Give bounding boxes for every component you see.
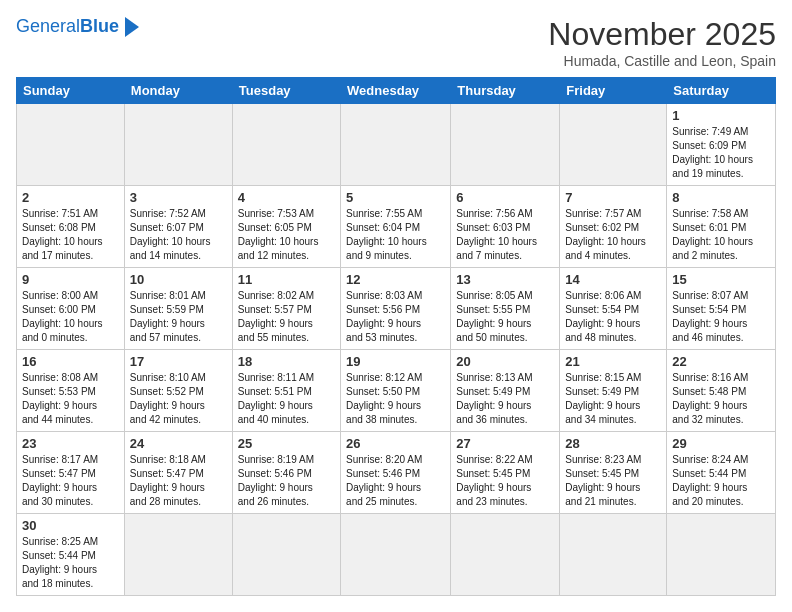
day-number: 3	[130, 190, 227, 205]
day-number: 10	[130, 272, 227, 287]
calendar-cell: 5Sunrise: 7:55 AM Sunset: 6:04 PM Daylig…	[341, 186, 451, 268]
day-info: Sunrise: 8:23 AM Sunset: 5:45 PM Dayligh…	[565, 453, 661, 509]
day-info: Sunrise: 8:18 AM Sunset: 5:47 PM Dayligh…	[130, 453, 227, 509]
day-number: 15	[672, 272, 770, 287]
location-title: Humada, Castille and Leon, Spain	[548, 53, 776, 69]
day-info: Sunrise: 7:53 AM Sunset: 6:05 PM Dayligh…	[238, 207, 335, 263]
calendar-cell	[124, 104, 232, 186]
day-number: 14	[565, 272, 661, 287]
day-info: Sunrise: 8:20 AM Sunset: 5:46 PM Dayligh…	[346, 453, 445, 509]
calendar-cell	[124, 514, 232, 596]
day-number: 28	[565, 436, 661, 451]
day-info: Sunrise: 8:00 AM Sunset: 6:00 PM Dayligh…	[22, 289, 119, 345]
calendar-cell	[560, 104, 667, 186]
day-number: 25	[238, 436, 335, 451]
calendar-cell: 25Sunrise: 8:19 AM Sunset: 5:46 PM Dayli…	[232, 432, 340, 514]
calendar-cell: 27Sunrise: 8:22 AM Sunset: 5:45 PM Dayli…	[451, 432, 560, 514]
calendar-cell: 18Sunrise: 8:11 AM Sunset: 5:51 PM Dayli…	[232, 350, 340, 432]
day-number: 1	[672, 108, 770, 123]
calendar-cell: 15Sunrise: 8:07 AM Sunset: 5:54 PM Dayli…	[667, 268, 776, 350]
calendar-cell	[667, 514, 776, 596]
calendar-cell: 16Sunrise: 8:08 AM Sunset: 5:53 PM Dayli…	[17, 350, 125, 432]
calendar-cell: 29Sunrise: 8:24 AM Sunset: 5:44 PM Dayli…	[667, 432, 776, 514]
day-number: 20	[456, 354, 554, 369]
calendar-table: SundayMondayTuesdayWednesdayThursdayFrid…	[16, 77, 776, 596]
day-info: Sunrise: 8:22 AM Sunset: 5:45 PM Dayligh…	[456, 453, 554, 509]
day-number: 29	[672, 436, 770, 451]
day-number: 9	[22, 272, 119, 287]
calendar-cell	[560, 514, 667, 596]
day-info: Sunrise: 8:25 AM Sunset: 5:44 PM Dayligh…	[22, 535, 119, 591]
day-number: 22	[672, 354, 770, 369]
day-info: Sunrise: 7:49 AM Sunset: 6:09 PM Dayligh…	[672, 125, 770, 181]
calendar-cell: 21Sunrise: 8:15 AM Sunset: 5:49 PM Dayli…	[560, 350, 667, 432]
weekday-header-tuesday: Tuesday	[232, 78, 340, 104]
logo: GeneralBlue	[16, 16, 139, 37]
day-number: 24	[130, 436, 227, 451]
day-number: 23	[22, 436, 119, 451]
day-info: Sunrise: 8:13 AM Sunset: 5:49 PM Dayligh…	[456, 371, 554, 427]
calendar-cell: 20Sunrise: 8:13 AM Sunset: 5:49 PM Dayli…	[451, 350, 560, 432]
weekday-header-thursday: Thursday	[451, 78, 560, 104]
day-number: 13	[456, 272, 554, 287]
month-title: November 2025	[548, 16, 776, 53]
day-number: 18	[238, 354, 335, 369]
day-number: 8	[672, 190, 770, 205]
calendar-cell: 30Sunrise: 8:25 AM Sunset: 5:44 PM Dayli…	[17, 514, 125, 596]
calendar-cell: 11Sunrise: 8:02 AM Sunset: 5:57 PM Dayli…	[232, 268, 340, 350]
calendar-cell	[451, 104, 560, 186]
calendar-cell: 3Sunrise: 7:52 AM Sunset: 6:07 PM Daylig…	[124, 186, 232, 268]
calendar-cell: 17Sunrise: 8:10 AM Sunset: 5:52 PM Dayli…	[124, 350, 232, 432]
calendar-cell	[17, 104, 125, 186]
day-info: Sunrise: 8:01 AM Sunset: 5:59 PM Dayligh…	[130, 289, 227, 345]
calendar-cell: 14Sunrise: 8:06 AM Sunset: 5:54 PM Dayli…	[560, 268, 667, 350]
day-info: Sunrise: 8:12 AM Sunset: 5:50 PM Dayligh…	[346, 371, 445, 427]
calendar-cell: 8Sunrise: 7:58 AM Sunset: 6:01 PM Daylig…	[667, 186, 776, 268]
title-block: November 2025 Humada, Castille and Leon,…	[548, 16, 776, 69]
weekday-header-saturday: Saturday	[667, 78, 776, 104]
day-info: Sunrise: 7:51 AM Sunset: 6:08 PM Dayligh…	[22, 207, 119, 263]
calendar-cell	[232, 104, 340, 186]
day-info: Sunrise: 7:56 AM Sunset: 6:03 PM Dayligh…	[456, 207, 554, 263]
day-info: Sunrise: 8:16 AM Sunset: 5:48 PM Dayligh…	[672, 371, 770, 427]
calendar-cell	[232, 514, 340, 596]
weekday-header-row: SundayMondayTuesdayWednesdayThursdayFrid…	[17, 78, 776, 104]
week-row-0: 1Sunrise: 7:49 AM Sunset: 6:09 PM Daylig…	[17, 104, 776, 186]
day-info: Sunrise: 8:05 AM Sunset: 5:55 PM Dayligh…	[456, 289, 554, 345]
calendar-cell	[341, 104, 451, 186]
weekday-header-sunday: Sunday	[17, 78, 125, 104]
week-row-3: 16Sunrise: 8:08 AM Sunset: 5:53 PM Dayli…	[17, 350, 776, 432]
calendar-cell: 26Sunrise: 8:20 AM Sunset: 5:46 PM Dayli…	[341, 432, 451, 514]
day-info: Sunrise: 7:57 AM Sunset: 6:02 PM Dayligh…	[565, 207, 661, 263]
day-info: Sunrise: 8:07 AM Sunset: 5:54 PM Dayligh…	[672, 289, 770, 345]
day-info: Sunrise: 8:02 AM Sunset: 5:57 PM Dayligh…	[238, 289, 335, 345]
calendar-cell: 12Sunrise: 8:03 AM Sunset: 5:56 PM Dayli…	[341, 268, 451, 350]
week-row-5: 30Sunrise: 8:25 AM Sunset: 5:44 PM Dayli…	[17, 514, 776, 596]
day-info: Sunrise: 8:03 AM Sunset: 5:56 PM Dayligh…	[346, 289, 445, 345]
day-number: 30	[22, 518, 119, 533]
week-row-2: 9Sunrise: 8:00 AM Sunset: 6:00 PM Daylig…	[17, 268, 776, 350]
day-number: 19	[346, 354, 445, 369]
day-number: 4	[238, 190, 335, 205]
day-info: Sunrise: 8:06 AM Sunset: 5:54 PM Dayligh…	[565, 289, 661, 345]
day-info: Sunrise: 8:19 AM Sunset: 5:46 PM Dayligh…	[238, 453, 335, 509]
day-info: Sunrise: 7:58 AM Sunset: 6:01 PM Dayligh…	[672, 207, 770, 263]
day-number: 5	[346, 190, 445, 205]
day-number: 17	[130, 354, 227, 369]
calendar-cell: 22Sunrise: 8:16 AM Sunset: 5:48 PM Dayli…	[667, 350, 776, 432]
calendar-cell	[341, 514, 451, 596]
calendar-cell: 23Sunrise: 8:17 AM Sunset: 5:47 PM Dayli…	[17, 432, 125, 514]
day-number: 2	[22, 190, 119, 205]
week-row-1: 2Sunrise: 7:51 AM Sunset: 6:08 PM Daylig…	[17, 186, 776, 268]
weekday-header-friday: Friday	[560, 78, 667, 104]
day-number: 11	[238, 272, 335, 287]
day-info: Sunrise: 7:52 AM Sunset: 6:07 PM Dayligh…	[130, 207, 227, 263]
calendar-cell: 13Sunrise: 8:05 AM Sunset: 5:55 PM Dayli…	[451, 268, 560, 350]
week-row-4: 23Sunrise: 8:17 AM Sunset: 5:47 PM Dayli…	[17, 432, 776, 514]
calendar-cell: 28Sunrise: 8:23 AM Sunset: 5:45 PM Dayli…	[560, 432, 667, 514]
day-info: Sunrise: 7:55 AM Sunset: 6:04 PM Dayligh…	[346, 207, 445, 263]
calendar-cell: 2Sunrise: 7:51 AM Sunset: 6:08 PM Daylig…	[17, 186, 125, 268]
weekday-header-monday: Monday	[124, 78, 232, 104]
calendar-cell: 4Sunrise: 7:53 AM Sunset: 6:05 PM Daylig…	[232, 186, 340, 268]
day-info: Sunrise: 8:10 AM Sunset: 5:52 PM Dayligh…	[130, 371, 227, 427]
